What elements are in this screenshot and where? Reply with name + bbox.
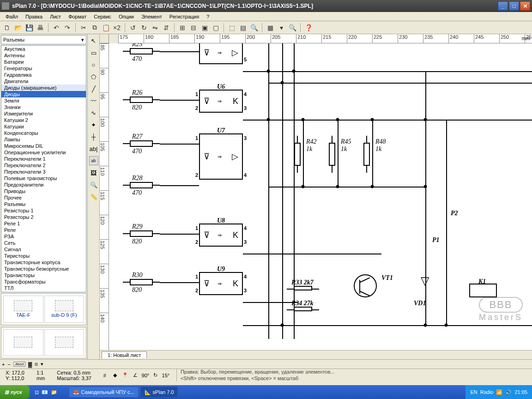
category-item[interactable]: Генераторы (1, 65, 86, 72)
component-item[interactable]: TAE-F (3, 296, 43, 323)
menu-item[interactable]: Формат (65, 13, 90, 20)
circle-tool-icon[interactable]: ○ (89, 60, 98, 69)
minus-icon[interactable]: − (7, 362, 10, 367)
zoom-icon[interactable]: 🔍 (287, 23, 297, 33)
angle-icon[interactable]: ∠ (131, 371, 139, 380)
category-item[interactable]: Сигнал (1, 246, 86, 253)
ic-component[interactable]: U6⊽⇒K1243 (199, 90, 243, 113)
redo-icon[interactable]: ↷ (62, 23, 73, 33)
chevron-down-icon[interactable]: ▾ (41, 361, 43, 367)
category-item[interactable]: Транзисторы безкорпусные (1, 266, 86, 272)
volume-icon[interactable]: 🔊 (505, 389, 512, 395)
line-tool-icon[interactable]: ╱ (89, 84, 98, 93)
back-icon[interactable]: ▢ (211, 23, 221, 33)
image-tool-icon[interactable]: 🖼 (89, 168, 98, 177)
curve-tool-icon[interactable]: 〰 (89, 96, 98, 105)
quicklaunch-icon[interactable]: 📁 (51, 389, 57, 395)
resistor-component[interactable]: R29820 (130, 230, 153, 237)
list-icon[interactable]: ▤ (238, 23, 248, 33)
component-item[interactable] (44, 329, 85, 357)
resistor-component[interactable]: R26820 (130, 97, 153, 103)
category-combo[interactable]: Разъемы ▾ (1, 35, 86, 44)
category-item[interactable]: Гидравлика (1, 72, 86, 78)
category-item[interactable]: Антенны (1, 52, 86, 59)
network-icon[interactable]: 📶 (496, 389, 502, 395)
menu-item[interactable]: ? (203, 13, 213, 20)
flip-v-icon[interactable]: ⇵ (161, 23, 171, 33)
ic-component[interactable]: U9⊽⇒K1243 (199, 272, 243, 295)
measure-tool-icon[interactable]: 📏 (89, 192, 98, 201)
menu-item[interactable]: Сервис (90, 13, 115, 20)
lang-indicator[interactable]: EN (470, 389, 477, 395)
save-icon[interactable]: 💾 (24, 23, 34, 33)
resistor-component[interactable] (329, 143, 335, 166)
category-item[interactable]: Прочее (1, 194, 86, 201)
sheet-tab[interactable]: 1: Новый лист (102, 351, 147, 358)
ic-component[interactable]: U8⊽⇒K1243 (199, 224, 243, 247)
relay-component[interactable] (469, 284, 497, 297)
resistor-component[interactable]: R25470 (130, 48, 153, 54)
menu-item[interactable]: Лист (46, 13, 65, 20)
taskbar-item[interactable]: 📐sPlan 7.0 (140, 387, 178, 398)
rect-tool-icon[interactable]: ▭ (89, 48, 98, 57)
category-item[interactable]: Микросхемы DIL (1, 143, 86, 149)
radio-label[interactable]: Radio (480, 389, 494, 395)
menu-item[interactable]: Правка (22, 13, 46, 20)
menu-item[interactable]: Файл (2, 13, 22, 20)
grid-icon[interactable]: ▦ (265, 23, 275, 33)
search-icon[interactable]: 🔍 (249, 23, 259, 33)
pointer-tool-icon[interactable]: ↖ (89, 36, 98, 45)
category-item[interactable]: Реле (1, 227, 86, 233)
plus-icon[interactable]: + (2, 362, 5, 367)
category-item[interactable]: Акустика (1, 46, 86, 52)
category-item[interactable]: Трансформаторы (1, 278, 86, 285)
start-button[interactable]: ⊞пуск (0, 385, 30, 399)
quicklaunch-icon[interactable]: 📧 (42, 389, 48, 395)
flip-h-icon[interactable]: ⇋ (150, 23, 160, 33)
maximize-button[interactable]: □ (509, 1, 519, 11)
menu-item[interactable]: Опции (115, 13, 138, 20)
schematic-canvas[interactable]: BBB MasterS R25470R26820R27470R28470R298… (109, 43, 532, 350)
category-item[interactable]: Батареи (1, 59, 86, 65)
dropdown-icon[interactable]: ▾ (276, 23, 286, 33)
menu-item[interactable]: Элемент (138, 13, 166, 20)
wire-tool-icon[interactable]: ┼ (89, 132, 98, 141)
quicklaunch-icon[interactable]: ⊡ (35, 389, 39, 395)
category-item[interactable]: ТТЛ (1, 285, 86, 291)
minimize-button[interactable]: _ (498, 1, 508, 11)
ungroup-icon[interactable]: ⊟ (188, 23, 199, 33)
category-item[interactable]: Лампы (1, 136, 86, 143)
transistor-component[interactable] (354, 274, 377, 297)
pin-icon[interactable]: 📍 (121, 371, 129, 380)
duplicate-icon[interactable]: ×2 (112, 23, 122, 33)
category-item[interactable]: Переключатели 1 (1, 156, 86, 162)
close-button[interactable]: ✕ (520, 1, 530, 11)
category-item[interactable]: Переключатели 3 (1, 169, 86, 175)
category-item[interactable]: Разъемы (1, 201, 86, 207)
paste-icon[interactable]: 📋 (101, 23, 111, 33)
category-item[interactable]: Предохранители (1, 181, 86, 188)
category-item[interactable]: Катушки 2 (1, 117, 86, 123)
clock[interactable]: 21:05 (514, 389, 527, 395)
category-item[interactable]: Установочные (1, 291, 86, 292)
category-item[interactable]: Резисторы 2 (1, 214, 86, 220)
help-icon[interactable]: ❓ (303, 23, 314, 33)
resistor-component[interactable] (294, 143, 301, 166)
category-item[interactable]: Переключатели 2 (1, 162, 86, 169)
resistor-component[interactable]: R27470 (130, 140, 153, 147)
bezier-tool-icon[interactable]: ∿ (89, 108, 98, 117)
new-icon[interactable]: 🗋 (2, 23, 12, 33)
diode-component[interactable]: ▽ (421, 274, 429, 287)
category-item[interactable]: Катушки (1, 123, 86, 130)
snap-icon[interactable]: ◆ (111, 371, 119, 380)
merge-icon[interactable]: ⧈ (35, 361, 38, 367)
category-item[interactable]: Диоды (закрашенные) (1, 85, 86, 91)
category-item[interactable]: Двигатели (1, 78, 86, 85)
group-icon[interactable]: ⊞ (177, 23, 187, 33)
rotate-right-icon[interactable]: ↻ (139, 23, 149, 33)
open-icon[interactable]: 📂 (13, 23, 23, 33)
component-item[interactable] (3, 329, 43, 357)
category-item[interactable]: РЗА (1, 233, 86, 240)
zoom-tool-icon[interactable]: 🔍 (89, 180, 98, 189)
label-tool-icon[interactable]: ab (89, 156, 98, 165)
